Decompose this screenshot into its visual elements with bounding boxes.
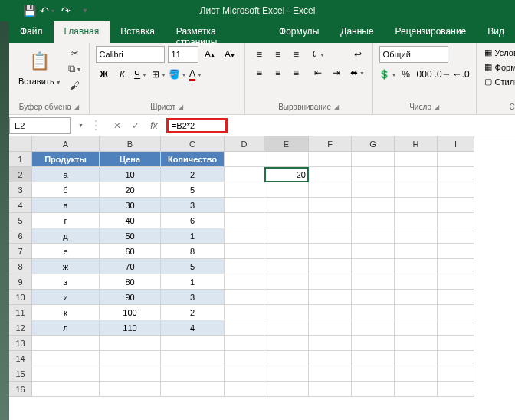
cell[interactable]: 3: [161, 198, 225, 213]
cell[interactable]: 2: [161, 305, 225, 320]
cell[interactable]: [309, 382, 352, 397]
row-header[interactable]: 1: [9, 152, 32, 167]
cell[interactable]: [309, 336, 352, 351]
font-color-button[interactable]: A▼: [188, 66, 205, 83]
cell[interactable]: [225, 305, 264, 320]
align-middle-icon[interactable]: ≡: [270, 46, 287, 63]
cell[interactable]: [264, 152, 309, 167]
align-bottom-icon[interactable]: ≡: [288, 46, 305, 63]
cell[interactable]: [32, 366, 100, 382]
cell[interactable]: [264, 382, 309, 397]
cell[interactable]: 30: [100, 198, 161, 213]
cell[interactable]: Продукты: [32, 152, 100, 167]
cell[interactable]: [225, 152, 264, 167]
cell[interactable]: 10: [100, 167, 161, 182]
cell[interactable]: г: [32, 213, 100, 228]
cell[interactable]: [225, 259, 264, 274]
cell[interactable]: [309, 198, 352, 213]
cell[interactable]: 2: [161, 167, 225, 182]
cell[interactable]: [161, 382, 225, 397]
cancel-icon[interactable]: ✕: [108, 117, 126, 134]
cell[interactable]: 5: [161, 182, 225, 198]
row-header[interactable]: 2: [9, 167, 32, 182]
cell[interactable]: [225, 290, 264, 305]
cell[interactable]: [264, 259, 309, 274]
cell[interactable]: [438, 213, 474, 228]
cell[interactable]: [309, 213, 352, 228]
cell[interactable]: 90: [100, 290, 161, 305]
row-header[interactable]: 16: [9, 382, 32, 397]
cell[interactable]: [225, 244, 264, 259]
save-icon[interactable]: 💾: [21, 3, 37, 18]
cell[interactable]: [309, 182, 352, 198]
orientation-icon[interactable]: ⤹▼: [310, 46, 326, 63]
cell[interactable]: [225, 351, 264, 366]
col-header[interactable]: H: [395, 136, 438, 152]
col-header[interactable]: F: [309, 136, 352, 152]
tab-data[interactable]: Данные: [330, 21, 384, 43]
increase-font-icon[interactable]: A▴: [202, 46, 218, 63]
cell[interactable]: 110: [100, 320, 161, 336]
decrease-decimal-icon[interactable]: ←.0: [453, 66, 470, 83]
cell[interactable]: [352, 198, 395, 213]
cell[interactable]: [352, 167, 395, 182]
merge-icon[interactable]: ⬌▼: [349, 64, 366, 81]
cell[interactable]: [438, 290, 474, 305]
cell[interactable]: [352, 228, 395, 244]
cell[interactable]: [395, 351, 438, 366]
cell[interactable]: [395, 244, 438, 259]
row-header[interactable]: 5: [9, 213, 32, 228]
bold-button[interactable]: Ж: [96, 66, 113, 83]
align-top-icon[interactable]: ≡: [251, 46, 268, 63]
cell[interactable]: [32, 336, 100, 351]
cell[interactable]: [395, 228, 438, 244]
decrease-indent-icon[interactable]: ⇤: [310, 64, 326, 81]
col-header[interactable]: B: [100, 136, 161, 152]
cell[interactable]: [395, 366, 438, 382]
tab-layout[interactable]: Разметка страницы: [166, 21, 268, 43]
cell[interactable]: [264, 274, 309, 290]
cell[interactable]: [395, 336, 438, 351]
tab-formulas[interactable]: Формулы: [268, 21, 330, 43]
cell[interactable]: [225, 274, 264, 290]
cell[interactable]: [264, 351, 309, 366]
launcher-icon[interactable]: ◢: [334, 103, 339, 110]
cell[interactable]: [100, 351, 161, 366]
row-header[interactable]: 13: [9, 336, 32, 351]
cell[interactable]: [352, 366, 395, 382]
cell[interactable]: 20: [100, 182, 161, 198]
cell[interactable]: [264, 336, 309, 351]
cell[interactable]: [264, 182, 309, 198]
qat-customize-icon[interactable]: ▼: [77, 3, 92, 18]
col-header[interactable]: E: [264, 136, 309, 152]
format-as-table-button[interactable]: ▦Форматирова: [483, 61, 515, 74]
worksheet-grid[interactable]: A B C D E F G H I 1ПродуктыЦенаКоличеств…: [9, 136, 515, 397]
cell[interactable]: Цена: [100, 152, 161, 167]
cell[interactable]: [225, 320, 264, 336]
row-header[interactable]: 4: [9, 198, 32, 213]
row-header[interactable]: 8: [9, 259, 32, 274]
cell[interactable]: [438, 274, 474, 290]
cell[interactable]: [352, 320, 395, 336]
align-right-icon[interactable]: ≡: [288, 64, 305, 81]
col-header[interactable]: C: [161, 136, 225, 152]
cell[interactable]: [32, 382, 100, 397]
format-painter-icon[interactable]: 🖌: [67, 78, 83, 92]
cell[interactable]: [438, 228, 474, 244]
cell[interactable]: [264, 213, 309, 228]
cell[interactable]: 60: [100, 244, 161, 259]
cell[interactable]: [395, 167, 438, 182]
cell[interactable]: [395, 274, 438, 290]
cell[interactable]: [309, 228, 352, 244]
launcher-icon[interactable]: ◢: [179, 103, 183, 110]
tab-file[interactable]: Файл: [9, 21, 54, 43]
cell[interactable]: [352, 213, 395, 228]
cell[interactable]: [309, 259, 352, 274]
cell[interactable]: [225, 366, 264, 382]
col-header[interactable]: D: [225, 136, 264, 152]
cell[interactable]: [264, 290, 309, 305]
cell[interactable]: 40: [100, 213, 161, 228]
cell[interactable]: [395, 213, 438, 228]
cell[interactable]: [395, 320, 438, 336]
cell[interactable]: [264, 305, 309, 320]
